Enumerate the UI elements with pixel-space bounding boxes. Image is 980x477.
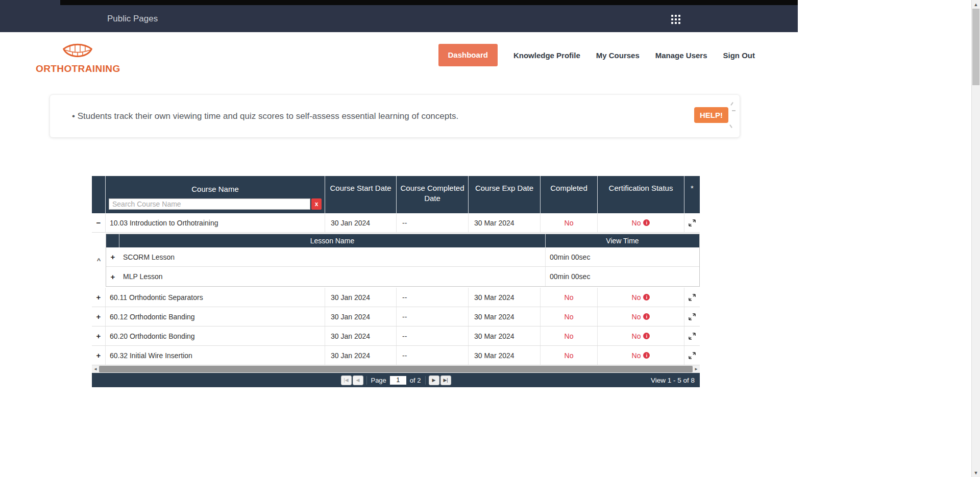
- certification-status-cell: No: [598, 346, 684, 365]
- table-pager: |◀ ◀ Page of 2 ▶ ▶| View 1 - 5 of 8: [92, 373, 700, 387]
- main-nav: Dashboard Knowledge Profile My Courses M…: [438, 44, 755, 66]
- search-course-name-input[interactable]: [109, 198, 310, 210]
- pager-first-button[interactable]: |◀: [340, 375, 351, 385]
- courses-table-header: Course Name x Course Start Date Course C…: [92, 176, 700, 213]
- pager-last-button[interactable]: ▶|: [440, 375, 451, 385]
- expand-course-icon[interactable]: [684, 327, 700, 345]
- header-course-start-date[interactable]: Course Start Date: [325, 176, 397, 213]
- course-exp-date-cell: 30 Mar 2024: [469, 346, 541, 365]
- course-completed-date-cell: --: [397, 288, 469, 307]
- lessons-subgrid-wrap: ^ Lesson Name View Time + SCORM Lesson 0…: [92, 233, 700, 288]
- lessons-table-header: Lesson Name View Time: [106, 234, 699, 247]
- expand-course-icon[interactable]: [684, 288, 700, 307]
- brand-name: ORTHOTRAINING: [36, 63, 119, 74]
- scroll-right-icon[interactable]: [693, 365, 700, 373]
- collapse-row-button[interactable]: −: [92, 213, 106, 232]
- vertical-scrollbar-thumb[interactable]: [972, 9, 979, 85]
- lessons-table: Lesson Name View Time + SCORM Lesson 00m…: [106, 234, 700, 287]
- expand-row-button[interactable]: +: [92, 307, 106, 326]
- table-horizontal-scrollbar: [92, 365, 700, 373]
- completed-cell: No: [541, 213, 598, 232]
- course-name-cell: 60.11 Orthodontic Separators: [106, 288, 325, 307]
- expand-row-button[interactable]: +: [92, 327, 106, 345]
- view-time-cell: 00min 00sec: [546, 267, 699, 286]
- expand-course-icon[interactable]: [684, 213, 700, 232]
- header-view-time: View Time: [546, 234, 699, 247]
- expand-row-button[interactable]: +: [92, 288, 106, 307]
- completed-cell: No: [541, 307, 598, 326]
- page-viewport: Public Pages ORTHOTRAINING Dashboard Kno…: [0, 0, 798, 477]
- lesson-row: + SCORM Lesson 00min 00sec: [106, 247, 699, 267]
- certification-status-cell: No: [598, 213, 684, 232]
- course-completed-date-cell: --: [397, 307, 469, 326]
- header-star: *: [684, 176, 700, 213]
- info-icon[interactable]: [643, 294, 650, 300]
- view-time-cell: 00min 00sec: [546, 247, 699, 266]
- header-completed[interactable]: Completed: [541, 176, 598, 213]
- scroll-left-icon[interactable]: [92, 365, 99, 373]
- lesson-row: + MLP Lesson 00min 00sec: [106, 267, 699, 286]
- course-exp-date-cell: 30 Mar 2024: [469, 307, 541, 326]
- table-row: + 60.32 Initial Wire Insertion 30 Jan 20…: [92, 346, 700, 365]
- course-start-date-cell: 30 Jan 2024: [325, 327, 397, 345]
- pager-view-status: View 1 - 5 of 8: [651, 376, 695, 384]
- clear-search-button[interactable]: x: [311, 198, 322, 210]
- info-icon[interactable]: [643, 313, 650, 320]
- table-row: + 60.11 Orthodontic Separators 30 Jan 20…: [92, 288, 700, 307]
- header-course-exp-date[interactable]: Course Exp Date: [469, 176, 541, 213]
- course-completed-date-cell: --: [397, 346, 469, 365]
- pager-of-label: of 2: [410, 376, 421, 384]
- expand-lesson-button[interactable]: +: [106, 267, 119, 286]
- notice-text: • Students track their own viewing time …: [72, 111, 458, 121]
- lessons-header-expander-column: [106, 234, 119, 247]
- nav-item-dashboard[interactable]: Dashboard: [438, 44, 498, 66]
- info-icon[interactable]: [643, 352, 650, 359]
- course-name-search: x: [108, 198, 322, 210]
- header-lesson-name: Lesson Name: [119, 234, 546, 247]
- sparkle-decoration: [729, 124, 732, 128]
- certification-status-cell: No: [598, 327, 684, 345]
- pager-next-button[interactable]: ▶: [429, 375, 439, 385]
- header-certification-status[interactable]: Certification Status: [598, 176, 684, 213]
- info-icon[interactable]: [643, 219, 650, 226]
- brand-logo: ORTHOTRAINING: [36, 41, 119, 74]
- completed-cell: No: [541, 288, 598, 307]
- certification-status-value: No: [632, 352, 641, 360]
- pager-page-input[interactable]: [390, 376, 406, 385]
- scroll-down-icon[interactable]: [972, 468, 980, 477]
- certification-status-cell: No: [598, 307, 684, 326]
- horizontal-scrollbar-thumb[interactable]: [99, 366, 693, 372]
- expand-course-icon[interactable]: [684, 346, 700, 365]
- collapse-lessons-button[interactable]: ^: [92, 233, 106, 288]
- expand-course-icon[interactable]: [684, 307, 700, 326]
- sparkle-decoration: [730, 102, 733, 106]
- nav-item-knowledge-profile[interactable]: Knowledge Profile: [513, 51, 580, 60]
- smile-teeth-icon: [62, 41, 93, 62]
- expand-lesson-button[interactable]: +: [106, 247, 119, 266]
- course-start-date-cell: 30 Jan 2024: [325, 213, 397, 232]
- course-name-cell: 60.12 Orthodontic Banding: [106, 307, 325, 326]
- info-icon[interactable]: [643, 333, 650, 339]
- course-name-cell: 10.03 Introduction to Orthotraining: [106, 213, 325, 232]
- nav-item-my-courses[interactable]: My Courses: [596, 51, 640, 60]
- course-name-cell: 60.20 Orthodontic Bonding: [106, 327, 325, 345]
- course-exp-date-cell: 30 Mar 2024: [469, 288, 541, 307]
- lesson-name-cell: SCORM Lesson: [119, 247, 546, 266]
- pager-divider: [425, 376, 426, 385]
- pager-prev-button[interactable]: ◀: [352, 375, 363, 385]
- certification-status-value: No: [632, 219, 641, 227]
- course-start-date-cell: 30 Jan 2024: [325, 307, 397, 326]
- scroll-up-icon[interactable]: [972, 0, 980, 9]
- apps-grid-icon[interactable]: [671, 15, 680, 24]
- header-course-completed-date[interactable]: Course Completed Date: [397, 176, 469, 213]
- expand-row-button[interactable]: +: [92, 346, 106, 365]
- top-black-strip: [60, 0, 798, 5]
- header-course-name-label[interactable]: Course Name: [108, 184, 322, 194]
- completed-cell: No: [541, 346, 598, 365]
- help-button[interactable]: HELP!: [694, 107, 728, 123]
- topbar-title: Public Pages: [107, 14, 158, 24]
- course-completed-date-cell: --: [397, 327, 469, 345]
- nav-item-manage-users[interactable]: Manage Users: [655, 51, 707, 60]
- table-row: − 10.03 Introduction to Orthotraining 30…: [92, 213, 700, 233]
- nav-item-sign-out[interactable]: Sign Out: [723, 51, 755, 60]
